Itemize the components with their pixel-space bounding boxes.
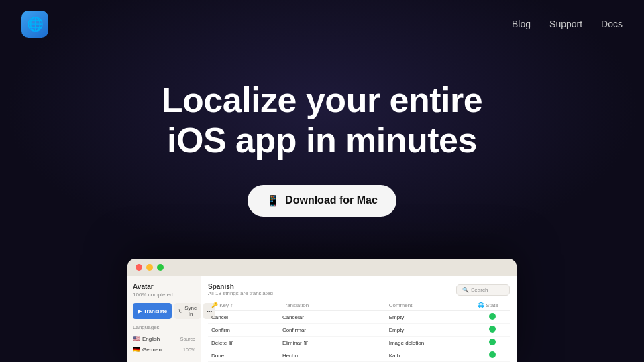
table-header-row: 🔑 Key ↑ Translation Comment 🌐 State: [208, 300, 510, 311]
app-window: Avatar 100% completed ▶ Translate ↻ Sync…: [127, 259, 517, 362]
hero-section: Localize your entire iOS app in minutes …: [0, 48, 644, 217]
nav-support[interactable]: Support: [549, 19, 582, 29]
window-titlebar: [127, 259, 517, 276]
sidebar-actions: ▶ Translate ↻ Sync In •••: [133, 303, 195, 319]
hero-title: Localize your entire iOS app in minutes: [162, 80, 482, 161]
col-translation: Translation: [279, 300, 386, 311]
state-delete: [474, 337, 510, 349]
close-dot: [136, 264, 142, 271]
play-icon: ▶: [138, 308, 142, 314]
table-row: Cancel Cancelar Empty: [208, 311, 510, 324]
col-state: 🌐 State: [474, 300, 510, 311]
section-subtitle: All 18 strings are translated: [208, 290, 273, 296]
translations-table: 🔑 Key ↑ Translation Comment 🌐 State Canc…: [208, 300, 510, 362]
app-body: Avatar 100% completed ▶ Translate ↻ Sync…: [127, 276, 517, 362]
comment-confirm: Empty: [386, 324, 474, 337]
search-bar[interactable]: 🔍 Search: [456, 284, 510, 296]
comment-cancel: Empty: [386, 311, 474, 324]
table-header: Spanish All 18 strings are translated 🔍 …: [208, 283, 510, 296]
lang-english-name: English: [142, 336, 160, 342]
state-cancel: [474, 311, 510, 324]
nav-links: Blog Support Docs: [512, 19, 623, 29]
logo-icon: 🌐: [27, 16, 44, 32]
lang-german-badge: 100%: [183, 347, 195, 352]
project-progress: 100% completed: [133, 292, 195, 298]
download-button[interactable]: 📱 Download for Mac: [248, 185, 396, 217]
table-row: Confirm Confirmar Empty: [208, 324, 510, 337]
navbar: 🌐 Blog Support Docs: [0, 0, 644, 48]
flag-us: 🇺🇸: [133, 335, 140, 342]
main-content: Spanish All 18 strings are translated 🔍 …: [201, 276, 517, 362]
lang-german: 🇩🇪 German 100%: [133, 344, 195, 355]
app-sidebar: Avatar 100% completed ▶ Translate ↻ Sync…: [127, 276, 201, 362]
sync-icon: ↻: [178, 308, 183, 314]
comment-delete: Image deletion: [386, 337, 474, 349]
translation-delete: Eliminar 🗑: [279, 337, 386, 349]
sync-button[interactable]: ↻ Sync In: [174, 303, 201, 319]
state-confirm: [474, 324, 510, 337]
search-icon: 🔍: [462, 287, 469, 293]
table-row: Done Hecho Kath: [208, 349, 510, 362]
maximize-dot: [157, 264, 164, 271]
comment-done: Kath: [386, 349, 474, 362]
state-done: [474, 349, 510, 362]
translate-button[interactable]: ▶ Translate: [133, 303, 172, 319]
app-preview: Avatar 100% completed ▶ Translate ↻ Sync…: [127, 259, 517, 362]
section-info: Spanish All 18 strings are translated: [208, 283, 273, 296]
nav-blog[interactable]: Blog: [512, 19, 531, 29]
lang-german-name: German: [142, 347, 162, 353]
nav-docs[interactable]: Docs: [601, 19, 623, 29]
search-placeholder: Search: [471, 287, 488, 293]
key-done: Done: [208, 349, 279, 362]
phone-icon: 📱: [266, 194, 280, 207]
translation-done: Hecho: [279, 349, 386, 362]
translation-cancel: Cancelar: [279, 311, 386, 324]
section-title: Spanish: [208, 283, 273, 290]
flag-de: 🇩🇪: [133, 346, 140, 353]
logo[interactable]: 🌐: [21, 11, 48, 38]
minimize-dot: [146, 264, 153, 271]
table-row: Delete 🗑 Eliminar 🗑 Image deletion: [208, 337, 510, 349]
project-name: Avatar: [133, 283, 195, 290]
lang-english-badge: Source: [180, 337, 195, 341]
key-confirm: Confirm: [208, 324, 279, 337]
col-comment: Comment: [386, 300, 474, 311]
lang-english: 🇺🇸 English Source: [133, 333, 195, 344]
translation-confirm: Confirmar: [279, 324, 386, 337]
key-cancel: Cancel: [208, 311, 279, 324]
languages-label: Languages: [133, 324, 195, 330]
col-key: 🔑 Key ↑: [208, 300, 279, 311]
key-delete: Delete 🗑: [208, 337, 279, 349]
